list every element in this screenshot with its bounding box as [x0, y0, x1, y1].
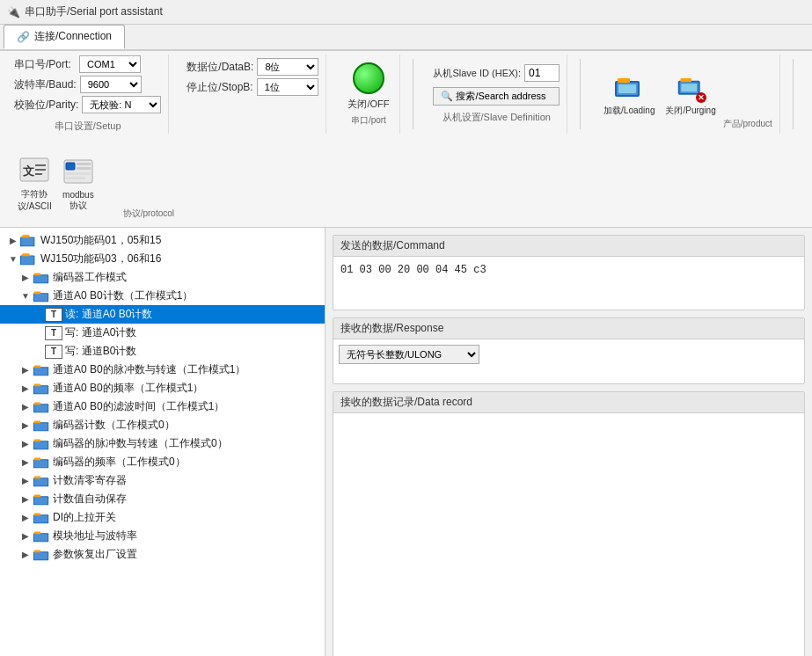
list-item[interactable]: ▶ 模块地址与波特率	[0, 527, 325, 545]
svg-rect-39	[34, 386, 48, 393]
slave-id-row: 从机Slave ID (HEX):	[433, 64, 560, 82]
svg-text:文: 文	[23, 164, 34, 178]
port-select[interactable]: COM1COM2COM3	[79, 55, 141, 73]
list-item[interactable]: ▶ 计数值自动保存	[0, 490, 325, 508]
list-item[interactable]: ▶ WJ150功能码01，05和15	[0, 231, 325, 250]
expand-icon: ▶	[19, 383, 32, 395]
svg-rect-42	[34, 405, 48, 412]
modbus-icon	[62, 157, 94, 188]
svg-rect-1	[618, 78, 630, 83]
svg-rect-63	[34, 534, 48, 541]
t-icon: T	[45, 308, 62, 322]
baud-label: 波特率/Baud:	[14, 77, 77, 92]
purging-icon: ✕	[675, 71, 706, 103]
tab-connection-icon: 🔗	[17, 31, 30, 43]
port-section-label: 串口/port	[351, 114, 386, 127]
tree-item-label: 编码器工作模式	[53, 270, 127, 285]
list-item[interactable]: ▶ 编码器工作模式	[0, 268, 325, 287]
response-section-body: 无符号长整数/ULONG 有符号长整数/LONG 浮点数/FLOAT 十六进制/…	[333, 339, 804, 383]
tree-item-label: DI的上拉开关	[53, 510, 116, 525]
list-item[interactable]: ▼ 通道A0 B0计数（工作模式1）	[0, 287, 325, 305]
svg-rect-27	[23, 252, 29, 255]
parity-label: 校验位/Parity:	[14, 98, 78, 113]
folder-icon	[33, 511, 50, 525]
loading-icon	[613, 71, 645, 103]
tree-item-label: 写: 通道B0计数	[65, 344, 136, 359]
port-status-indicator	[353, 62, 384, 94]
tree-panel: ▶ WJ150功能码01，05和15 ▼	[0, 228, 326, 656]
expand-icon: ▼	[19, 290, 32, 302]
response-value	[339, 368, 799, 371]
svg-rect-57	[34, 497, 48, 504]
expand-icon: ▶	[19, 401, 32, 413]
svg-rect-12	[35, 173, 42, 175]
folder-icon	[33, 492, 50, 507]
expand-icon	[32, 327, 44, 339]
folder-icon	[33, 548, 50, 562]
tree-item-label: 计数值自动保存	[53, 492, 127, 507]
list-item[interactable]: ▼ WJ150功能码03，06和16	[0, 250, 325, 268]
databit-select[interactable]: 8位7位	[257, 58, 318, 76]
parity-select[interactable]: 无校验: N	[82, 96, 161, 113]
expand-icon: ▶	[7, 235, 19, 247]
folder-icon	[33, 289, 50, 303]
folder-icon	[33, 419, 50, 433]
modbus-protocol-button[interactable]: modbus协议	[59, 153, 98, 215]
list-item[interactable]: ▶ 通道A0 B0的频率（工作模式1）	[0, 379, 325, 397]
list-item[interactable]: ▶ 编码器计数（工作模式0）	[0, 416, 325, 434]
expand-icon: ▶	[19, 493, 32, 506]
setup-label: 串口设置/Setup	[14, 116, 161, 133]
expand-icon: ▶	[19, 549, 32, 561]
open-close-label: 关闭/OFF	[347, 98, 389, 111]
list-item[interactable]: ▶ 参数恢复出厂设置	[0, 545, 325, 564]
ascii-protocol-button[interactable]: 文 字符协议/ASCII	[14, 151, 55, 216]
list-item[interactable]: T 读: 通道A0 B0计数	[0, 305, 325, 324]
svg-rect-30	[34, 275, 48, 282]
list-item[interactable]: ▶ 计数清零寄存器	[0, 471, 325, 490]
list-item[interactable]: ▶ 编码器的频率（工作模式0）	[0, 453, 325, 471]
product-section: 加载/Loading ✕ 关闭/Purging 产品/product	[593, 55, 780, 134]
list-item[interactable]: ▶ 通道A0 B0的滤波时间（工作模式1）	[0, 397, 325, 416]
tab-connection-label: 连接/Connection	[34, 29, 112, 44]
purging-button[interactable]: ✕ 关闭/Purging	[662, 68, 719, 120]
expand-icon: ▼	[7, 253, 19, 266]
svg-rect-54	[34, 478, 48, 485]
list-item[interactable]: ▶ 通道A0 B0的脉冲数与转速（工作模式1）	[0, 361, 325, 379]
protocol-label: 协议/protocol	[101, 208, 196, 220]
app-title: 串口助手/Serial port assistant	[25, 4, 163, 19]
search-address-button[interactable]: 🔍 搜索/Search address	[433, 87, 560, 106]
expand-icon: ▶	[19, 456, 32, 469]
folder-stack-icon	[20, 234, 38, 248]
loading-button[interactable]: 加载/Loading	[600, 68, 658, 120]
expand-icon: ▶	[19, 512, 32, 524]
parity-row: 校验位/Parity: 无校验: N	[14, 96, 161, 113]
databit-section: 数据位/DataB: 8位7位 停止位/StopB: 1位2位	[179, 55, 326, 134]
stopbit-label: 停止位/StopB:	[187, 80, 252, 95]
command-section-header: 发送的数据/Command	[333, 236, 804, 257]
list-item[interactable]: T 写: 通道B0计数	[0, 342, 325, 361]
folder-icon	[33, 456, 50, 470]
expand-icon: ▶	[19, 475, 32, 487]
ascii-label: 字符协议/ASCII	[18, 188, 52, 213]
port-label: 串口号/Port:	[14, 57, 76, 72]
list-item[interactable]: T 写: 通道A0计数	[0, 324, 325, 342]
tree-item-label: 通道A0 B0的脉冲数与转速（工作模式1）	[53, 362, 245, 377]
tab-connection[interactable]: 🔗 连接/Connection	[4, 25, 125, 49]
data-record-section: 接收的数据记录/Data record	[333, 391, 805, 656]
svg-rect-16	[77, 163, 91, 165]
divider-3	[793, 59, 794, 129]
expand-icon: ▶	[19, 272, 32, 284]
baud-select[interactable]: 9600115200	[80, 76, 142, 93]
response-section-header: 接收的数据/Response	[333, 318, 804, 339]
folder-icon	[33, 437, 50, 451]
slave-id-input[interactable]	[524, 64, 560, 82]
stopbit-select[interactable]: 1位2位	[257, 78, 318, 96]
svg-rect-51	[34, 460, 48, 467]
tree-item-label: WJ150功能码03，06和16	[40, 251, 161, 266]
list-item[interactable]: ▶ 编码器的脉冲数与转速（工作模式0）	[0, 434, 325, 453]
list-item[interactable]: ▶ DI的上拉开关	[0, 508, 325, 527]
purging-label: 关闭/Purging	[665, 105, 715, 117]
toolbar: 串口号/Port: COM1COM2COM3 波特率/Baud: 9600115…	[0, 51, 812, 228]
response-format-select[interactable]: 无符号长整数/ULONG 有符号长整数/LONG 浮点数/FLOAT 十六进制/…	[339, 345, 479, 364]
modbus-label: modbus协议	[62, 190, 94, 212]
